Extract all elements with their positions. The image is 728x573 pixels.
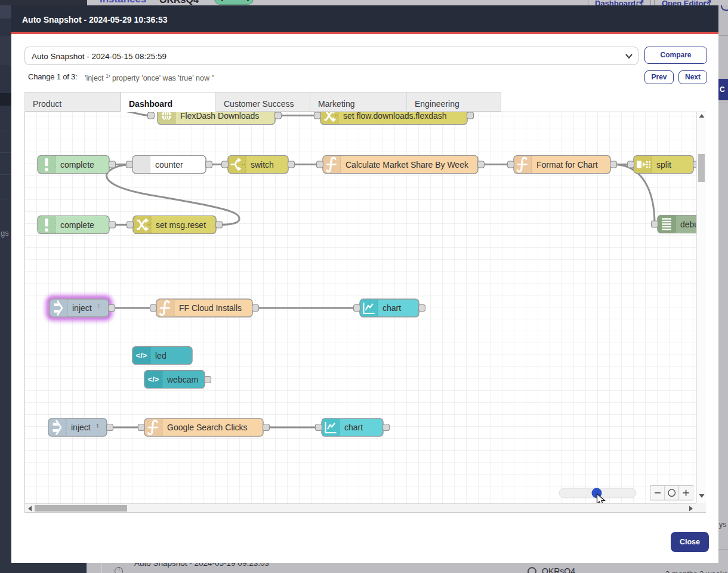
svg-text:chart: chart: [382, 303, 401, 313]
svg-text:1: 1: [97, 303, 100, 309]
svg-text:split: split: [656, 160, 671, 170]
svg-text:led: led: [155, 351, 166, 361]
svg-text:Google Search Clicks: Google Search Clicks: [167, 423, 248, 432]
svg-text:FlexDash Downloads: FlexDash Downloads: [180, 112, 259, 121]
svg-text:</>: </>: [148, 375, 159, 384]
svg-text:Format for Chart: Format for Chart: [536, 160, 598, 170]
svg-text:chart: chart: [344, 423, 363, 432]
svg-text:inject: inject: [71, 423, 91, 432]
svg-text:FF Cloud Installs: FF Cloud Installs: [179, 303, 242, 313]
svg-text:</>: </>: [136, 351, 147, 360]
svg-text:set flow.downloads.flexdash: set flow.downloads.flexdash: [343, 112, 447, 121]
svg-text:Calculate Market Share By Week: Calculate Market Share By Week: [346, 160, 469, 170]
svg-text:switch: switch: [251, 160, 274, 170]
svg-text:set msg.reset: set msg.reset: [156, 220, 206, 230]
svg-text:debug: debug: [680, 220, 696, 229]
svg-text:inject: inject: [72, 303, 92, 313]
svg-text:counter: counter: [155, 160, 183, 170]
svg-text:complete: complete: [60, 160, 94, 170]
svg-text:complete: complete: [60, 220, 94, 230]
svg-text:webcam: webcam: [166, 375, 198, 384]
svg-text:1: 1: [96, 423, 99, 429]
